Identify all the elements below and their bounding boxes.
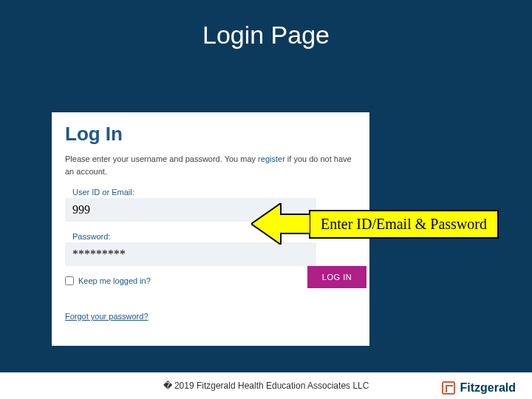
arrow-left-icon [251, 203, 310, 245]
instruction-pre: Please enter your username and password.… [65, 154, 258, 163]
brand-logo-icon [442, 381, 455, 395]
forgot-password-link[interactable]: Forgot your password? [65, 312, 149, 321]
register-link[interactable]: register [258, 154, 285, 163]
brand-logo-text: Fitzgerald [460, 381, 516, 395]
svg-marker-0 [251, 203, 310, 245]
callout-text: Enter ID/Email & Password [309, 210, 499, 239]
login-button[interactable]: LOG IN [307, 266, 366, 288]
keep-logged-label: Keep me logged in? [78, 276, 151, 285]
user-id-label: User ID or Email: [72, 188, 356, 197]
login-heading: Log In [65, 123, 356, 146]
copyright-text: � 2019 Fitzgerald Health Education Assoc… [163, 381, 369, 391]
brand-logo: Fitzgerald [442, 381, 516, 395]
login-instruction: Please enter your username and password.… [65, 153, 356, 177]
footer-bar: � 2019 Fitzgerald Health Education Assoc… [0, 372, 532, 399]
keep-logged-checkbox[interactable] [65, 276, 74, 285]
slide-title: Login Page [0, 0, 532, 64]
callout-arrow: Enter ID/Email & Password [251, 203, 499, 245]
password-input[interactable] [65, 242, 316, 266]
